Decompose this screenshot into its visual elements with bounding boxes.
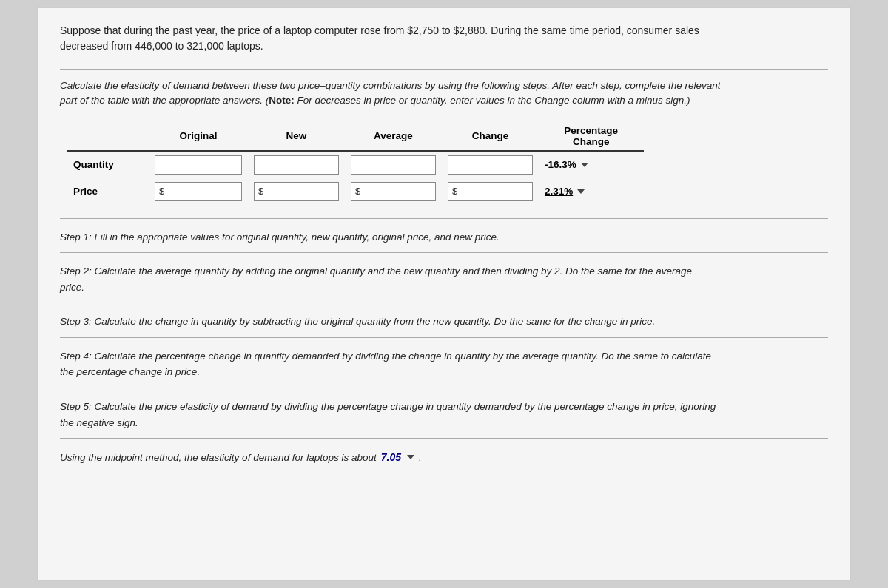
price-new-input[interactable] <box>265 186 334 197</box>
price-new-cell: $ <box>248 178 345 205</box>
quantity-original-input-wrapper[interactable] <box>155 155 242 175</box>
step4-line2: the percentage change in price. <box>60 366 200 377</box>
table-section: Original New Average Change Percentage C… <box>60 122 828 205</box>
step1-text: Step 1: Fill in the appropriate values f… <box>60 229 828 246</box>
quantity-pct-display: -16.3% <box>545 159 638 170</box>
price-change-cell: $ <box>442 178 539 205</box>
quantity-new-input-wrapper[interactable] <box>254 155 339 175</box>
final-answer-dropdown[interactable] <box>407 455 414 459</box>
row-label-price: Price <box>67 178 149 205</box>
final-line: Using the midpoint method, the elasticit… <box>60 449 828 465</box>
step5-text: Step 5: Calculate the price elasticity o… <box>60 399 828 430</box>
quantity-pct-dropdown[interactable] <box>581 163 588 167</box>
quantity-change-input[interactable] <box>452 159 528 170</box>
price-pct-cell: 2.31% <box>539 178 644 205</box>
instruction-note-label: Note: <box>269 95 295 106</box>
divider-final <box>60 438 828 439</box>
data-table: Original New Average Change Percentage C… <box>67 122 644 205</box>
instruction-main2: part of the table with the appropriate a… <box>60 95 269 106</box>
dollar-sign-change: $ <box>452 186 457 197</box>
step2-line1: Step 2: Calculate the average quantity b… <box>60 266 692 277</box>
price-pct-display: 2.31% <box>545 186 638 197</box>
col-header-row-label <box>67 122 149 151</box>
quantity-new-cell <box>248 151 345 178</box>
divider-step4 <box>60 337 828 338</box>
step5-line2: the negative sign. <box>60 417 138 428</box>
price-pct-value: 2.31% <box>545 186 573 197</box>
divider-step5 <box>60 388 828 388</box>
table-row-quantity: Quantity <box>67 151 644 178</box>
step3-text: Step 3: Calculate the change in quantity… <box>60 314 828 330</box>
intro-line2: decreased from 446,000 to 321,000 laptop… <box>60 40 263 52</box>
col-header-pct-change: Percentage Change <box>539 122 644 151</box>
quantity-change-cell <box>442 151 539 178</box>
price-original-input-wrapper[interactable]: $ <box>155 182 242 201</box>
step4-text: Step 4: Calculate the percentage change … <box>60 348 828 380</box>
row-label-quantity: Quantity <box>67 151 149 178</box>
price-original-cell: $ <box>149 178 248 205</box>
quantity-new-input[interactable] <box>258 159 334 170</box>
quantity-change-input-wrapper[interactable] <box>448 155 533 175</box>
dollar-sign-average: $ <box>355 186 360 197</box>
intro-text: Suppose that during the past year, the p… <box>60 23 828 54</box>
col-header-change: Change <box>442 122 539 151</box>
page-container: Suppose that during the past year, the p… <box>37 7 851 581</box>
final-answer: 7.05 <box>381 449 401 465</box>
price-change-input[interactable] <box>459 186 528 197</box>
quantity-average-input-wrapper[interactable] <box>351 155 436 175</box>
instruction-block: Calculate the elasticity of demand betwe… <box>60 69 828 109</box>
step2-line2: price. <box>60 282 84 293</box>
divider-step3 <box>60 303 828 303</box>
step2-text: Step 2: Calculate the average quantity b… <box>60 263 828 295</box>
quantity-original-input[interactable] <box>159 159 238 170</box>
instruction-note-text: For decreases in price or quantity, ente… <box>295 95 690 106</box>
price-average-input-wrapper[interactable]: $ <box>351 182 436 201</box>
price-pct-dropdown[interactable] <box>577 189 585 194</box>
dollar-sign-original: $ <box>159 186 164 197</box>
price-original-input[interactable] <box>166 186 238 197</box>
dollar-sign-new: $ <box>258 186 263 197</box>
price-new-input-wrapper[interactable]: $ <box>254 182 339 201</box>
instruction-main1: Calculate the elasticity of demand betwe… <box>60 80 721 91</box>
price-average-cell: $ <box>345 178 442 205</box>
step4-line1: Step 4: Calculate the percentage change … <box>60 351 711 362</box>
step5-line1: Step 5: Calculate the price elasticity o… <box>60 401 716 412</box>
divider-step2 <box>60 252 828 253</box>
quantity-average-cell <box>345 151 442 178</box>
final-period: . <box>419 450 422 466</box>
price-average-input[interactable] <box>362 186 431 197</box>
price-change-input-wrapper[interactable]: $ <box>448 182 533 201</box>
col-header-new: New <box>248 122 345 151</box>
quantity-pct-value: -16.3% <box>545 159 576 170</box>
divider-step1 <box>60 218 828 219</box>
table-row-price: Price $ $ <box>67 178 644 205</box>
intro-line1: Suppose that during the past year, the p… <box>60 24 699 36</box>
col-header-average: Average <box>345 122 442 151</box>
quantity-average-input[interactable] <box>355 159 431 170</box>
quantity-original-cell <box>149 151 248 178</box>
final-text: Using the midpoint method, the elasticit… <box>60 450 377 466</box>
quantity-pct-cell: -16.3% <box>539 151 644 178</box>
col-header-original: Original <box>149 122 248 151</box>
